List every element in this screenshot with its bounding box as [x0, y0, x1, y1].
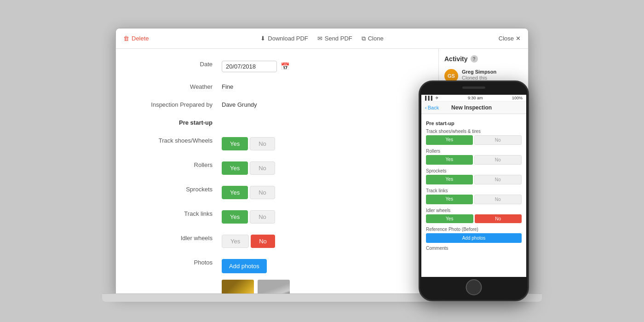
phone-track-yes[interactable]: Yes [426, 135, 473, 145]
track-links-row: Track links Yes No [130, 207, 425, 224]
date-label: Date [130, 58, 222, 68]
add-photos-button[interactable]: Add photos [222, 259, 267, 273]
date-value: 📅 [222, 58, 290, 72]
sprockets-row: Sprockets Yes No [130, 183, 425, 199]
inspection-value: Dave Grundy [222, 98, 257, 108]
phone-form: Pre start-up Track shoes/wheels & tires … [421, 114, 526, 273]
idler-wheels-yes-button[interactable]: Yes [222, 235, 249, 248]
track-links-no-button[interactable]: No [250, 210, 275, 224]
phone-photo-label: Reference Photo (Before) [426, 227, 522, 232]
track-links-label: Track links [130, 207, 222, 217]
phone-sprockets-label: Sprockets [426, 168, 522, 173]
prestartup-row: Pre start-up [130, 116, 425, 126]
phone-shell: ▌▌▌ ✈ 9:30 am 100% ‹ Back New Inspection… [419, 80, 529, 301]
activity-name-1: Greg Simpson [462, 69, 496, 75]
send-icon: ✉ [317, 35, 322, 42]
track-links-btn-group: Yes No [222, 210, 275, 224]
toolbar: 🗑 Delete ⬇ Download PDF ✉ Send PDF ⧉ [116, 29, 528, 49]
phone-sprockets-btn-group: Yes No [426, 175, 522, 184]
phone-navbar: ‹ Back New Inspection [421, 102, 526, 114]
weather-label: Weather [130, 80, 222, 90]
weather-value: Fine [222, 80, 233, 90]
close-button[interactable]: Close ✕ [499, 35, 521, 42]
idler-wheels-no-button[interactable]: No [251, 235, 275, 248]
phone-comments-label: Comments [426, 246, 522, 251]
phone-sprockets-no[interactable]: No [474, 175, 522, 184]
download-pdf-button[interactable]: ⬇ Download PDF [260, 35, 308, 42]
phone-home-button[interactable] [466, 279, 482, 295]
trash-icon: 🗑 [123, 35, 129, 42]
rollers-row: Rollers Yes No [130, 159, 425, 175]
phone-track-links-btn-group: Yes No [426, 195, 522, 204]
phone-track-no[interactable]: No [474, 135, 522, 145]
date-row: Date 📅 [130, 58, 425, 72]
activity-title: Activity ? [444, 55, 523, 63]
date-input[interactable] [222, 61, 277, 72]
chevron-left-icon: ‹ [425, 105, 427, 110]
phone-speaker [462, 86, 485, 89]
phone-screen: ▌▌▌ ✈ 9:30 am 100% ‹ Back New Inspection… [421, 95, 526, 277]
close-icon: ✕ [516, 35, 521, 42]
inspection-label: Inspection Prepared by [130, 98, 222, 108]
photos-label: Photos [130, 256, 222, 266]
track-shoes-btn-group: Yes No [222, 137, 275, 150]
photos-row: Photos Add photos [130, 256, 425, 293]
send-pdf-button[interactable]: ✉ Send PDF [317, 35, 352, 42]
rollers-no-button[interactable]: No [250, 161, 275, 175]
phone-add-photos-button[interactable]: Add photos [426, 233, 522, 243]
rollers-yes-button[interactable]: Yes [222, 161, 248, 175]
phone-idler-yes[interactable]: Yes [426, 214, 473, 223]
track-shoes-label: Track shoes/Wheels [130, 134, 222, 144]
phone-track-btn-group: Yes No [426, 135, 522, 145]
photo-thumbnail-2 [258, 280, 290, 293]
phone-idler-no[interactable]: No [475, 214, 522, 223]
help-icon[interactable]: ? [471, 55, 478, 63]
phone-idler-label: Idler wheels [426, 208, 522, 213]
phone-statusbar: ▌▌▌ ✈ 9:30 am 100% [421, 95, 526, 102]
track-links-yes-button[interactable]: Yes [222, 210, 248, 224]
phone-battery: 100% [512, 96, 523, 100]
phone-rollers-yes[interactable]: Yes [426, 155, 473, 165]
photos-thumbnails [222, 280, 290, 293]
sprockets-no-button[interactable]: No [250, 186, 275, 199]
phone-rollers-no[interactable]: No [474, 155, 522, 165]
idler-wheels-row: Idler wheels Yes No [130, 232, 425, 248]
phone-time: 9:30 am [468, 96, 483, 100]
idler-wheels-label: Idler wheels [130, 232, 222, 242]
activity-action-1: Cloned this [462, 75, 496, 80]
sprockets-yes-button[interactable]: Yes [222, 186, 248, 199]
phone-signal-icon: ▌▌▌ ✈ [425, 96, 439, 100]
phone-rollers-btn-group: Yes No [426, 155, 522, 165]
phone-sprockets-yes[interactable]: Yes [426, 175, 473, 184]
track-shoes-no-button[interactable]: No [250, 137, 275, 150]
sprockets-label: Sprockets [130, 183, 222, 193]
photo-thumbnail-1 [222, 280, 254, 293]
phone-back-button[interactable]: ‹ Back [425, 105, 439, 110]
phone-track-label: Track shoes/wheels & tires [426, 129, 522, 134]
clone-icon: ⧉ [362, 35, 366, 42]
phone-prestartup-label: Pre start-up [426, 121, 522, 126]
calendar-icon[interactable]: 📅 [281, 62, 290, 71]
phone-track-links-no[interactable]: No [474, 195, 522, 204]
phone-track-links-yes[interactable]: Yes [426, 195, 473, 204]
prestartup-label: Pre start-up [130, 116, 222, 126]
delete-button[interactable]: 🗑 Delete [123, 35, 149, 42]
phone-idler-btn-group: Yes No [426, 214, 522, 223]
weather-row: Weather Fine [130, 80, 425, 90]
idler-wheels-btn-group: Yes No [222, 235, 275, 248]
phone-rollers-label: Rollers [426, 149, 522, 154]
track-shoes-row: Track shoes/Wheels Yes No [130, 134, 425, 150]
track-shoes-yes-button[interactable]: Yes [222, 137, 248, 150]
form-section: Date 📅 Weather Fine Inspection Prepared [116, 49, 438, 293]
rollers-label: Rollers [130, 159, 222, 168]
inspection-row: Inspection Prepared by Dave Grundy [130, 98, 425, 108]
phone-nav-title: New Inspection [451, 104, 492, 111]
download-icon: ⬇ [260, 35, 265, 42]
phone-track-links-label: Track links [426, 188, 522, 193]
clone-button[interactable]: ⧉ Clone [362, 35, 384, 42]
sprockets-btn-group: Yes No [222, 186, 275, 199]
rollers-btn-group: Yes No [222, 161, 275, 175]
